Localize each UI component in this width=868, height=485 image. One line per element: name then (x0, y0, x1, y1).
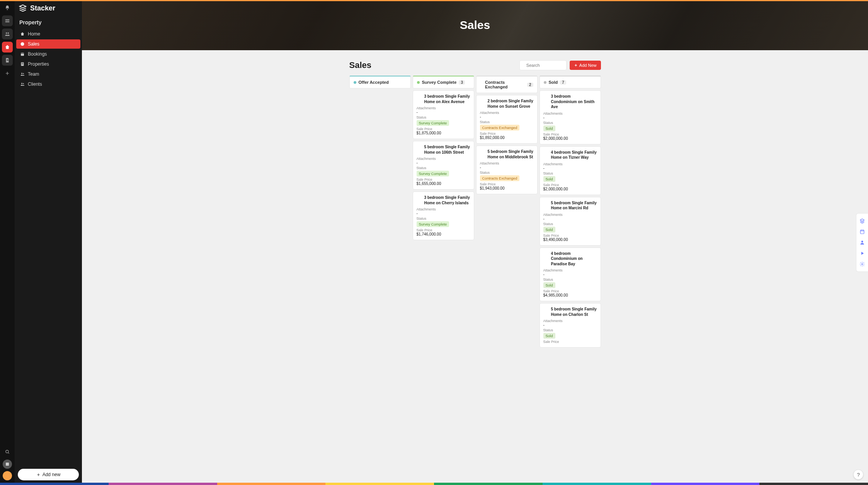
sidebar-item-team[interactable]: Team (16, 70, 80, 79)
field-label-attachments: Attachments (543, 268, 597, 272)
sale-card[interactable]: 4 bedroom Single Family Home on Tizner W… (540, 146, 601, 195)
sidebar-item-label: Sales (28, 41, 39, 47)
field-label-status: Status (480, 171, 534, 175)
plus-icon (36, 473, 41, 477)
search-field[interactable] (519, 60, 567, 70)
hero-title: Sales (460, 19, 490, 32)
field-label-price: Sale Price (543, 183, 597, 187)
column-offer: Offer Accepted (349, 76, 411, 90)
status-badge: Survey Complete (417, 120, 449, 126)
attachments-value: - (417, 211, 470, 215)
column-header[interactable]: Contracts Exchanged2 (476, 76, 538, 93)
accent-segment (543, 483, 651, 485)
right-tool-calendar[interactable] (859, 228, 866, 235)
sidebar-item-clients[interactable]: Clients (16, 80, 80, 89)
column-title: Sold (549, 80, 558, 85)
field-label-attachments: Attachments (480, 161, 534, 165)
status-badge: Contracts Exchanged (480, 125, 520, 131)
svg-point-6 (6, 450, 9, 453)
sidebar-item-properties[interactable]: Properties (16, 59, 80, 69)
layers-icon (859, 218, 865, 224)
add-new-button[interactable]: Add New (570, 61, 601, 70)
field-label-status: Status (417, 217, 470, 220)
brand-logo[interactable]: Stacker (15, 0, 82, 16)
right-tool-layers[interactable] (859, 217, 866, 224)
field-label-attachments: Attachments (543, 112, 597, 115)
column-header[interactable]: Offer Accepted (349, 76, 411, 88)
sidebar-add-new-label: Add new (43, 472, 61, 477)
rail-app-people-icon[interactable] (2, 29, 13, 39)
rail-app-doc-icon[interactable] (2, 55, 13, 66)
rail-app-badge-icon[interactable] (2, 15, 13, 26)
card-title: 2 bedroom Single Family Home on Sunset G… (488, 98, 534, 109)
price-value: $1,655,000.00 (417, 181, 470, 186)
column-survey: Survey Complete33 bedroom Single Family … (413, 76, 474, 240)
status-badge: Contracts Exchanged (480, 175, 520, 181)
sale-card[interactable]: 2 bedroom Single Family Home on Sunset G… (476, 95, 538, 144)
brand-name: Stacker (30, 4, 55, 12)
attachments-value: - (417, 110, 470, 114)
column-title: Survey Complete (422, 80, 457, 85)
attachments-value: - (543, 115, 597, 120)
sale-card[interactable]: 5 bedroom Single Family Home on Marcini … (540, 197, 601, 246)
card-title: 5 bedroom Single Family Home on 106th St… (424, 144, 470, 155)
field-label-price: Sale Price (417, 178, 470, 181)
rail-app-home-icon[interactable] (2, 42, 13, 53)
field-label-attachments: Attachments (417, 106, 470, 110)
notifications-icon[interactable] (2, 2, 13, 13)
sale-card[interactable]: 4 bedroom Condominium on Paradise BayAtt… (540, 248, 601, 302)
svg-point-21 (861, 241, 863, 242)
svg-rect-13 (22, 64, 22, 65)
play-icon (859, 251, 865, 256)
sidebar-item-bookings[interactable]: Bookings (16, 49, 80, 59)
sale-card[interactable]: 3 bedroom Single Family Home on Alex Ave… (413, 90, 474, 139)
card-title: 4 bedroom Single Family Home on Tizner W… (551, 150, 597, 160)
column-header[interactable]: Survey Complete3 (413, 76, 474, 88)
right-tool-play[interactable] (859, 250, 866, 257)
sale-card[interactable]: 5 bedroom Single Family Home on 106th St… (413, 141, 474, 190)
field-label-status: Status (543, 278, 597, 282)
field-label-status: Status (543, 328, 597, 332)
right-tool-user[interactable] (859, 239, 866, 246)
field-label-price: Sale Price (543, 132, 597, 136)
field-label-price: Sale Price (417, 228, 470, 232)
sidebar-item-sales[interactable]: Sales (16, 39, 80, 49)
field-label-status: Status (543, 171, 597, 175)
right-tool-settings[interactable] (859, 261, 866, 268)
field-label-attachments: Attachments (417, 157, 470, 161)
status-dot-icon (480, 83, 483, 86)
sale-card[interactable]: 3 bedroom Single Family Home on Cherry I… (413, 192, 474, 240)
sale-card[interactable]: 5 bedroom Single Family Home on Charlon … (540, 303, 601, 348)
accent-segment (651, 483, 760, 485)
attachments-value: - (543, 166, 597, 170)
sidebar-item-home[interactable]: Home (16, 29, 80, 39)
head-actions: Add New (519, 60, 601, 70)
field-label-price: Sale Price (543, 234, 597, 237)
column-header[interactable]: Sold7 (540, 76, 601, 88)
rail-secondary-avatar[interactable] (3, 460, 12, 469)
app-rail (0, 0, 15, 485)
hero-banner: Sales (82, 0, 868, 50)
svg-point-17 (21, 83, 22, 84)
sidebar-add-new-button[interactable]: Add new (18, 469, 79, 480)
building-icon (20, 62, 25, 66)
content-head: Sales Add New (349, 60, 601, 70)
accent-segment (217, 483, 326, 485)
status-badge: Sold (543, 282, 555, 288)
svg-point-15 (21, 73, 22, 74)
status-dot-icon (544, 81, 546, 84)
help-button[interactable]: ? (853, 470, 863, 480)
svg-rect-7 (6, 463, 9, 466)
column-count: 7 (560, 80, 566, 85)
rail-search-icon[interactable] (2, 446, 13, 457)
workspace-name: Property (15, 16, 82, 29)
field-label-attachments: Attachments (543, 319, 597, 323)
column-title: Offer Accepted (359, 80, 389, 85)
svg-point-22 (861, 263, 863, 265)
rail-add-icon[interactable] (2, 68, 13, 79)
sale-card[interactable]: 5 bedroom Single Family Home on Middlebr… (476, 146, 538, 194)
column-sold: Sold73 bedroom Condominium on Smith AveA… (540, 76, 601, 348)
user-avatar[interactable] (3, 471, 12, 480)
svg-point-16 (23, 73, 24, 74)
sale-card[interactable]: 3 bedroom Condominium on Smith AveAttach… (540, 90, 601, 144)
